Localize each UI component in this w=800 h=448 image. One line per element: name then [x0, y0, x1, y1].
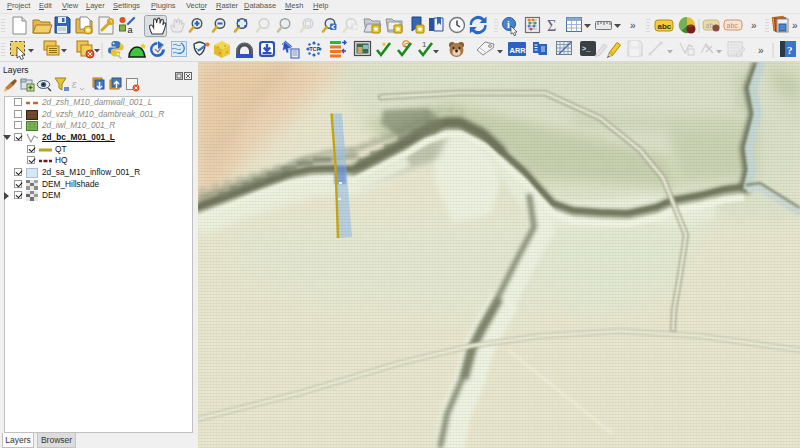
svg-text:Σ: Σ — [547, 17, 556, 34]
svg-text:i: i — [507, 19, 510, 30]
svg-text:»: » — [751, 20, 757, 31]
svg-text:abc: abc — [658, 22, 672, 31]
svg-text:>_: >_ — [582, 45, 591, 53]
svg-text:ε: ε — [72, 79, 77, 90]
svg-text:abc: abc — [727, 22, 739, 29]
svg-text:»: » — [792, 20, 798, 31]
svg-text:a: a — [128, 25, 133, 35]
svg-text:1: 1 — [422, 40, 427, 49]
svg-text:?: ? — [787, 44, 793, 56]
svg-text:»: » — [758, 45, 764, 56]
svg-text:ARR: ARR — [510, 46, 527, 55]
svg-text:ab: ab — [706, 22, 714, 29]
svg-text:»: » — [630, 20, 636, 31]
svg-text:TCF: TCF — [309, 46, 320, 52]
